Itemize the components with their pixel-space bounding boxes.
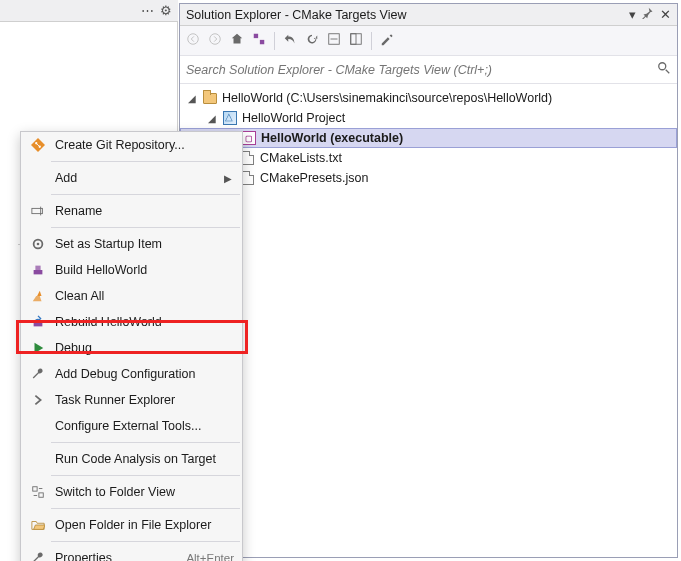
svg-rect-17: [39, 493, 43, 497]
separator: [371, 32, 372, 50]
executable-icon: ▢: [241, 130, 257, 146]
home-icon[interactable]: [230, 32, 244, 49]
chevron-right-icon: ▶: [224, 173, 234, 184]
switch-icon: [29, 483, 47, 501]
menu-label: Run Code Analysis on Target: [55, 452, 216, 466]
panel-titlebar: Solution Explorer - CMake Targets View ▾…: [180, 4, 677, 26]
wrench-icon: [29, 365, 47, 383]
expander-icon[interactable]: ◢: [206, 113, 218, 124]
menu-rename[interactable]: Rename: [21, 198, 242, 224]
broom-icon: [29, 287, 47, 305]
search-icon[interactable]: [657, 61, 671, 78]
menu-separator: [51, 194, 240, 195]
window-dropdown-icon[interactable]: ▾: [629, 7, 636, 22]
svg-rect-16: [33, 487, 37, 491]
svg-point-12: [37, 243, 40, 246]
search-input[interactable]: [186, 63, 657, 77]
tree-label: CMakePresets.json: [260, 171, 368, 185]
tree-target-selected[interactable]: ▢ HelloWorld (executable): [180, 128, 677, 148]
menu-separator: [51, 508, 240, 509]
build-icon: [29, 261, 47, 279]
svg-rect-14: [35, 266, 40, 270]
menu-open-folder[interactable]: Open Folder in File Explorer: [21, 512, 242, 538]
menu-label: Rename: [55, 204, 216, 218]
close-icon[interactable]: ✕: [660, 7, 671, 22]
menu-switch-folder-view[interactable]: Switch to Folder View: [21, 479, 242, 505]
undo-icon[interactable]: [283, 32, 297, 49]
tree-label: HelloWorld (executable): [261, 131, 403, 145]
separator: [274, 32, 275, 50]
menu-label: Clean All: [55, 289, 216, 303]
collapse-icon[interactable]: [327, 32, 341, 49]
menu-separator: [51, 161, 240, 162]
menu-label: Create Git Repository...: [55, 138, 216, 152]
solution-explorer-panel: Solution Explorer - CMake Targets View ▾…: [179, 3, 678, 558]
gear-icon: [29, 235, 47, 253]
rename-icon: [29, 202, 47, 220]
expander-icon[interactable]: ◢: [186, 93, 198, 104]
forward-icon[interactable]: [208, 32, 222, 49]
svg-point-1: [210, 34, 221, 45]
menu-debug[interactable]: Debug: [21, 335, 242, 361]
pin-icon[interactable]: [642, 7, 654, 22]
menu-label: Configure External Tools...: [55, 419, 216, 433]
svg-rect-15: [34, 322, 43, 326]
svg-rect-3: [260, 40, 264, 44]
menu-label: Rebuild HelloWorld: [55, 315, 216, 329]
menu-label: Open Folder in File Explorer: [55, 518, 216, 532]
wrench-icon: [29, 549, 47, 561]
properties-icon[interactable]: [380, 32, 394, 49]
menu-label: Switch to Folder View: [55, 485, 216, 499]
switch-views-icon[interactable]: [252, 32, 266, 49]
tree-label: CMakeLists.txt: [260, 151, 342, 165]
menu-label: Add Debug Configuration: [55, 367, 216, 381]
tree-root[interactable]: ◢ HelloWorld (C:\Users\sinemakinci\sourc…: [180, 88, 677, 108]
tree-file[interactable]: CMakePresets.json: [180, 168, 677, 188]
shortcut-text: Alt+Enter: [186, 552, 234, 561]
menu-label: Properties: [55, 551, 178, 561]
tree-file[interactable]: CMakeLists.txt: [180, 148, 677, 168]
expand-icon[interactable]: [349, 32, 363, 49]
svg-rect-2: [254, 34, 258, 38]
context-menu: Create Git Repository... Add ▶ Rename Se…: [20, 131, 243, 561]
menu-code-analysis[interactable]: Run Code Analysis on Target: [21, 446, 242, 472]
menu-add-debug-config[interactable]: Add Debug Configuration: [21, 361, 242, 387]
tree-project[interactable]: ◢ HelloWorld Project: [180, 108, 677, 128]
svg-rect-13: [34, 270, 43, 274]
editor-toolbar: ⋯ ⚙: [0, 0, 178, 22]
panel-title-text: Solution Explorer - CMake Targets View: [186, 8, 623, 22]
gear-icon[interactable]: ⚙: [160, 3, 172, 18]
blank-icon: [29, 450, 47, 468]
tree-label: HelloWorld (C:\Users\sinemakinci\source\…: [222, 91, 552, 105]
menu-rebuild[interactable]: Rebuild HelloWorld: [21, 309, 242, 335]
menu-build[interactable]: Build HelloWorld: [21, 257, 242, 283]
menu-startup[interactable]: Set as Startup Item: [21, 231, 242, 257]
project-icon: [222, 110, 238, 126]
menu-create-git[interactable]: Create Git Repository...: [21, 132, 242, 158]
blank-icon: [29, 417, 47, 435]
menu-add[interactable]: Add ▶: [21, 165, 242, 191]
menu-separator: [51, 541, 240, 542]
folder-open-icon: [29, 516, 47, 534]
menu-label: Task Runner Explorer: [55, 393, 216, 407]
rebuild-icon: [29, 313, 47, 331]
solution-tree: ◢ HelloWorld (C:\Users\sinemakinci\sourc…: [180, 84, 677, 192]
menu-separator: [51, 475, 240, 476]
menu-label: Set as Startup Item: [55, 237, 216, 251]
panel-toolbar: [180, 26, 677, 56]
back-icon[interactable]: [186, 32, 200, 49]
svg-point-7: [659, 63, 666, 70]
menu-clean[interactable]: Clean All: [21, 283, 242, 309]
menu-label: Debug: [55, 341, 216, 355]
ellipsis-icon[interactable]: ⋯: [141, 3, 154, 18]
menu-separator: [51, 227, 240, 228]
menu-properties[interactable]: Properties Alt+Enter: [21, 545, 242, 561]
refresh-icon[interactable]: [305, 32, 319, 49]
chevron-icon: [29, 391, 47, 409]
menu-external-tools[interactable]: Configure External Tools...: [21, 413, 242, 439]
menu-task-runner[interactable]: Task Runner Explorer: [21, 387, 242, 413]
folder-icon: [202, 90, 218, 106]
git-icon: [29, 136, 47, 154]
menu-label: Build HelloWorld: [55, 263, 216, 277]
svg-rect-6: [351, 34, 356, 45]
